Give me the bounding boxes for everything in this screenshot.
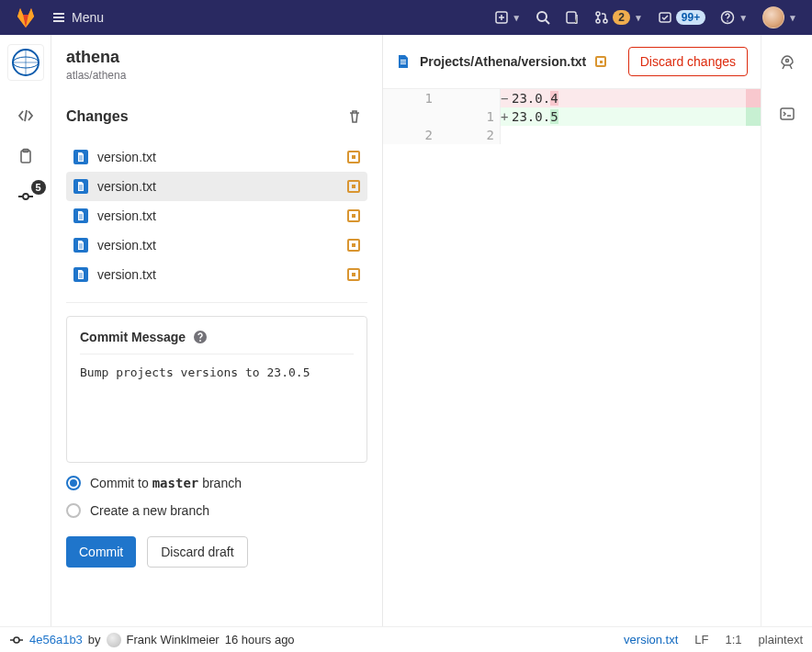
- pipeline-button[interactable]: [761, 48, 813, 77]
- hamburger-icon: [51, 10, 66, 25]
- diff-line-removed: 1−23.0.4: [383, 89, 761, 107]
- svg-point-18: [14, 637, 19, 643]
- statusbar: 4e56a1b3 by Frank Winklmeier 16 hours ag…: [0, 626, 812, 652]
- merge-requests-button[interactable]: 2 ▼: [587, 0, 650, 35]
- radio-icon: [66, 503, 81, 518]
- chevron-down-icon: ▼: [788, 13, 797, 23]
- file-row[interactable]: version.txt: [66, 172, 367, 201]
- status-lang[interactable]: plaintext: [759, 633, 803, 646]
- code-icon: [17, 107, 34, 124]
- commit-count-badge: 5: [31, 180, 46, 195]
- help-icon[interactable]: [193, 330, 208, 344]
- commit-icon: [17, 188, 34, 205]
- changes-panel: athena atlas/athena Changes version.txt …: [51, 35, 383, 626]
- discard-draft-button[interactable]: Discard draft: [147, 536, 247, 568]
- file-row[interactable]: version.txt: [66, 142, 367, 172]
- issues-button[interactable]: [558, 0, 587, 35]
- commit-button[interactable]: Commit: [66, 536, 136, 568]
- commit-message-input[interactable]: Bump projects versions to 23.0.5: [80, 365, 354, 379]
- file-icon: [73, 208, 88, 223]
- topbar: Menu ▼ 2 ▼ 99+ ▼ ▼: [0, 0, 812, 35]
- svg-rect-2: [567, 12, 576, 23]
- file-row[interactable]: version.txt: [66, 260, 367, 289]
- diff-view[interactable]: 1−23.0.4 1+23.0.5 22: [383, 88, 761, 144]
- rail-code[interactable]: [0, 96, 51, 136]
- rail-clipboard[interactable]: [0, 136, 51, 176]
- file-list: version.txt version.txt version.txt vers…: [66, 142, 367, 289]
- file-name: version.txt: [97, 238, 347, 253]
- radio-label: Create a new branch: [90, 503, 209, 518]
- project-name: athena: [66, 48, 367, 67]
- file-name: version.txt: [97, 208, 347, 223]
- status-eol[interactable]: LF: [694, 633, 708, 646]
- svg-point-16: [785, 60, 788, 62]
- user-menu[interactable]: ▼: [755, 0, 805, 35]
- main-menu-button[interactable]: Menu: [44, 6, 111, 28]
- file-name: version.txt: [97, 267, 347, 282]
- svg-point-3: [596, 12, 600, 16]
- minimap-mark-add: [746, 107, 761, 126]
- radio-icon: [66, 476, 81, 490]
- commit-icon: [9, 633, 24, 647]
- commit-sha[interactable]: 4e56a1b3: [29, 633, 83, 646]
- issues-icon: [565, 10, 580, 25]
- file-row[interactable]: version.txt: [66, 201, 367, 230]
- modified-icon: [347, 180, 360, 193]
- diff-line: 22: [383, 126, 761, 144]
- trash-icon: [347, 109, 362, 124]
- breadcrumb: Projects/Athena/version.txt: [420, 54, 586, 69]
- todo-badge: 99+: [676, 10, 705, 25]
- modified-icon: [347, 151, 360, 163]
- chevron-down-icon: ▼: [739, 13, 748, 23]
- radio-label: Commit to master branch: [90, 476, 242, 490]
- svg-point-15: [199, 340, 201, 342]
- project-logo[interactable]: [7, 44, 44, 81]
- terminal-button[interactable]: [761, 99, 813, 129]
- minimap-mark-del: [746, 89, 761, 107]
- svg-point-4: [596, 19, 600, 23]
- main-layout: 5 athena atlas/athena Changes version.tx…: [0, 35, 812, 626]
- file-name: version.txt: [97, 179, 347, 194]
- author-name: Frank Winklmeier: [127, 633, 220, 646]
- help-menu[interactable]: ▼: [713, 0, 755, 35]
- gitlab-logo[interactable]: [7, 6, 44, 28]
- file-row[interactable]: version.txt: [66, 230, 367, 260]
- menu-label: Menu: [72, 10, 104, 25]
- project-path: atlas/athena: [66, 69, 367, 82]
- modified-icon: [347, 209, 360, 222]
- editor-header: Projects/Athena/version.txt Discard chan…: [383, 35, 761, 88]
- file-name: version.txt: [97, 150, 347, 164]
- discard-changes-button[interactable]: Discard changes: [628, 47, 748, 76]
- status-filename[interactable]: version.txt: [624, 633, 678, 646]
- search-icon: [536, 10, 550, 25]
- svg-point-5: [603, 19, 607, 23]
- status-pos[interactable]: 1:1: [726, 633, 742, 646]
- svg-point-8: [727, 20, 728, 22]
- svg-point-1: [537, 12, 547, 21]
- todos-button[interactable]: 99+: [650, 0, 713, 35]
- commit-box: Commit Message Bump projects versions to…: [66, 316, 367, 463]
- todo-icon: [658, 10, 672, 25]
- file-icon: [73, 267, 88, 282]
- discard-all-button[interactable]: [342, 104, 367, 129]
- create-menu[interactable]: ▼: [488, 0, 528, 35]
- right-rail: [761, 35, 812, 626]
- rail-commits[interactable]: 5: [0, 176, 51, 217]
- search-button[interactable]: [528, 0, 558, 35]
- chevron-down-icon: ▼: [634, 13, 643, 23]
- file-icon: [396, 54, 411, 69]
- radio-commit-to[interactable]: Commit to master branch: [66, 476, 367, 490]
- svg-point-13: [23, 194, 28, 199]
- chevron-down-icon: ▼: [512, 13, 521, 23]
- file-icon: [73, 238, 88, 253]
- changes-label: Changes: [66, 108, 129, 125]
- file-icon: [73, 150, 88, 164]
- modified-icon: [347, 268, 360, 281]
- radio-new-branch[interactable]: Create a new branch: [66, 503, 367, 518]
- file-icon: [73, 179, 88, 194]
- mr-badge: 2: [613, 10, 630, 25]
- terminal-icon: [779, 106, 795, 122]
- rocket-icon: [779, 54, 795, 71]
- commit-time: 16 hours ago: [225, 633, 295, 646]
- merge-request-icon: [594, 10, 609, 25]
